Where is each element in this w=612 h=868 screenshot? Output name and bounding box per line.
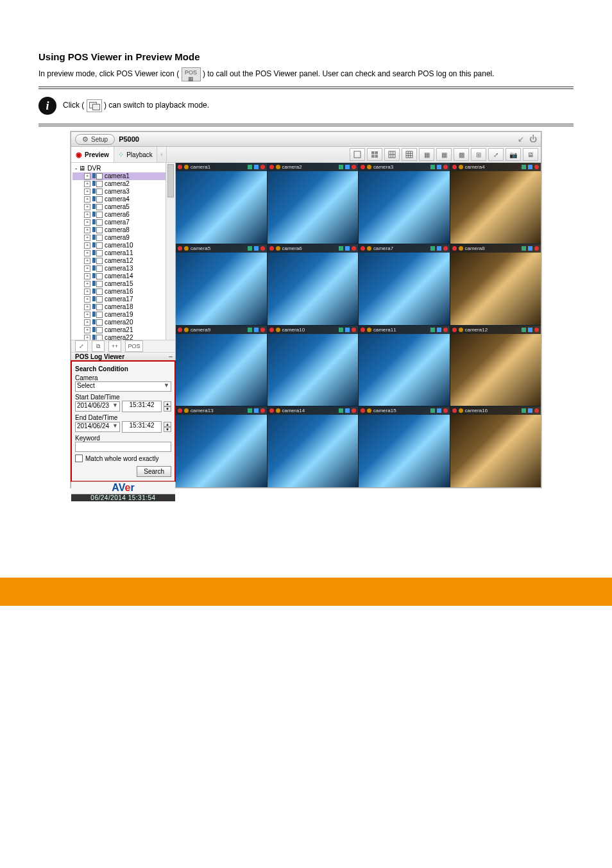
monitor-button[interactable]: 🖥: [523, 148, 538, 161]
tile-label: camera15: [373, 408, 396, 413]
video-tile-camera11[interactable]: camera11: [359, 326, 450, 406]
layout-custom-button[interactable]: ⊞: [471, 148, 486, 161]
tree-item-camera6[interactable]: +camera6: [72, 211, 174, 219]
expand-icon[interactable]: +: [84, 335, 90, 340]
tree-item-camera20[interactable]: +camera20: [72, 319, 174, 326]
tree-item-camera21[interactable]: +camera21: [72, 326, 174, 334]
layout-9-button[interactable]: [402, 148, 417, 161]
expand-icon[interactable]: +: [84, 296, 90, 303]
tree-item-camera18[interactable]: +camera18: [72, 303, 174, 311]
audio-icon: [345, 408, 350, 413]
start-time-spinner[interactable]: ▲▼: [164, 401, 171, 412]
start-time-input[interactable]: 15:31:42: [122, 401, 162, 412]
mini-pos-button[interactable]: POS: [125, 340, 143, 352]
tile-overlay-bar: camera1: [176, 163, 267, 171]
expand-icon[interactable]: +: [84, 288, 90, 295]
tree-root-dvr[interactable]: - 🖥 DVR: [72, 164, 174, 172]
tree-item-camera4[interactable]: +camera4: [72, 196, 174, 203]
video-tile-camera10[interactable]: camera10: [268, 326, 359, 406]
video-tile-camera4[interactable]: camera4: [450, 163, 541, 244]
layout-1-button[interactable]: [350, 148, 365, 161]
tree-item-camera7[interactable]: +camera7: [72, 219, 174, 226]
svg-rect-4: [375, 155, 378, 158]
tree-item-camera14[interactable]: +camera14: [72, 272, 174, 280]
tree-item-camera19[interactable]: +camera19: [72, 311, 174, 319]
video-tile-camera14[interactable]: camera14: [268, 406, 359, 487]
expand-icon[interactable]: +: [84, 181, 90, 187]
mini-expand-button[interactable]: ⤢: [75, 340, 88, 352]
tree-item-camera2[interactable]: +camera2: [72, 180, 174, 188]
search-button[interactable]: Search: [137, 466, 171, 477]
tree-item-camera10[interactable]: +camera10: [72, 242, 174, 249]
tree-item-camera8[interactable]: +camera8: [72, 226, 174, 234]
tree-item-camera9[interactable]: +camera9: [72, 234, 174, 242]
expand-icon[interactable]: +: [84, 173, 90, 179]
video-tile-camera6[interactable]: camera6: [268, 244, 359, 325]
video-tile-camera9[interactable]: camera9: [176, 326, 267, 406]
tab-preview[interactable]: ◉ Preview: [71, 147, 114, 162]
tree-scrollbar[interactable]: [166, 163, 175, 340]
expand-icon[interactable]: +: [84, 281, 90, 287]
expand-icon[interactable]: +: [84, 227, 90, 233]
tab-playback[interactable]: ⁘ Playback: [114, 147, 157, 162]
minimize-icon[interactable]: ↙: [518, 135, 524, 144]
video-tile-camera15[interactable]: camera15: [359, 406, 450, 487]
tree-item-camera12[interactable]: +camera12: [72, 257, 174, 265]
fullscreen-button[interactable]: ⤢: [488, 148, 504, 161]
video-tile-camera16[interactable]: camera16: [450, 406, 541, 487]
match-whole-word-checkbox[interactable]: [75, 455, 83, 462]
tree-item-camera17[interactable]: +camera17: [72, 296, 174, 303]
camera-select[interactable]: Select: [75, 381, 171, 392]
video-tile-camera8[interactable]: camera8: [450, 244, 541, 325]
layout-16-button[interactable]: ▦: [436, 148, 452, 161]
video-tile-camera3[interactable]: camera3: [359, 163, 450, 244]
tree-item-camera16[interactable]: +camera16: [72, 288, 174, 296]
end-time-input[interactable]: 15:31:42: [122, 421, 162, 433]
expand-icon[interactable]: +: [84, 258, 90, 264]
tree-item-camera3[interactable]: +camera3: [72, 188, 174, 196]
expand-icon[interactable]: +: [84, 319, 90, 326]
expand-icon[interactable]: +: [84, 219, 90, 226]
power-icon[interactable]: ⏻: [529, 135, 537, 144]
expand-icon[interactable]: +: [84, 212, 90, 218]
tab-scroll-left-icon[interactable]: ‹: [157, 147, 167, 162]
video-tile-camera2[interactable]: camera2: [268, 163, 359, 244]
setup-label: Setup: [91, 136, 108, 143]
tree-item-camera15[interactable]: +camera15: [72, 280, 174, 288]
expand-icon[interactable]: +: [84, 265, 90, 272]
expand-icon[interactable]: +: [84, 312, 90, 318]
layout-12-button[interactable]: ▦: [419, 148, 434, 161]
keyword-input[interactable]: [75, 442, 171, 452]
video-tile-camera5[interactable]: camera5: [176, 244, 267, 325]
snapshot-button[interactable]: 📷: [506, 148, 521, 161]
expand-icon[interactable]: +: [84, 204, 90, 210]
tree-item-camera5[interactable]: +camera5: [72, 203, 174, 211]
camera-tree[interactable]: - 🖥 DVR +camera1+camera2+camera3+camera4…: [71, 163, 175, 340]
mini-window-button[interactable]: ⧉: [92, 340, 105, 352]
expand-icon[interactable]: +: [84, 242, 90, 249]
panel-collapse-icon[interactable]: –: [169, 353, 173, 360]
video-tile-camera1[interactable]: camera1: [176, 163, 267, 244]
tree-item-camera22[interactable]: +camera22: [72, 334, 174, 340]
expand-icon[interactable]: +: [84, 273, 90, 280]
expand-icon[interactable]: +: [84, 304, 90, 310]
video-tile-camera12[interactable]: camera12: [450, 326, 541, 406]
expand-icon[interactable]: +: [84, 188, 90, 195]
tree-item-camera13[interactable]: +camera13: [72, 265, 174, 272]
layout-6-button[interactable]: [384, 148, 400, 161]
layout-4-button[interactable]: [367, 148, 382, 161]
mini-zoom-button[interactable]: ++: [108, 340, 121, 352]
video-tile-camera13[interactable]: camera13: [176, 406, 267, 487]
video-tile-camera7[interactable]: camera7: [359, 244, 450, 325]
tree-item-camera11[interactable]: +camera11: [72, 249, 174, 257]
expand-icon[interactable]: +: [84, 327, 90, 333]
tile-overlay-bar: camera2: [268, 163, 359, 171]
tile-label: camera14: [282, 408, 305, 413]
expand-icon[interactable]: +: [84, 235, 90, 241]
layout-25-button[interactable]: ▩: [454, 148, 469, 161]
end-time-spinner[interactable]: ▲▼: [164, 422, 171, 432]
expand-icon[interactable]: +: [84, 250, 90, 256]
setup-button[interactable]: ⚙ Setup: [75, 134, 115, 145]
expand-icon[interactable]: +: [84, 196, 90, 203]
tree-item-camera1[interactable]: +camera1: [72, 172, 174, 180]
